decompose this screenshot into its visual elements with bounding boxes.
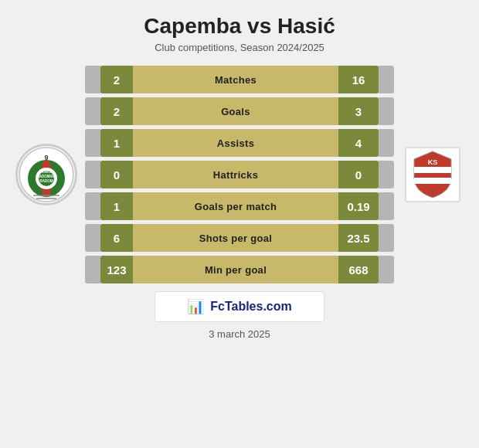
svg-rect-13 bbox=[414, 178, 451, 184]
footer-date: 3 march 2025 bbox=[209, 328, 270, 340]
stat-gray-right bbox=[379, 97, 394, 125]
stat-gray-left bbox=[85, 66, 100, 93]
stat-gray-left bbox=[85, 161, 100, 188]
stat-value-right: 0 bbox=[338, 161, 379, 188]
svg-text:RADOM: RADOM bbox=[40, 179, 53, 183]
stat-row-wrapper: 1Goals per match0.19 bbox=[85, 192, 394, 220]
stat-gray-right bbox=[379, 129, 394, 157]
stat-value-right: 668 bbox=[338, 256, 379, 283]
stat-gray-right bbox=[379, 256, 394, 283]
stat-value-right: 4 bbox=[338, 129, 379, 157]
stat-row: 1Assists4 bbox=[100, 129, 379, 157]
stat-label: Min per goal bbox=[133, 264, 338, 276]
logo-right: KS bbox=[394, 147, 471, 202]
stat-value-left: 2 bbox=[100, 97, 133, 125]
stat-gray-left bbox=[85, 97, 100, 125]
stats-section: 2Matches162Goals31Assists40Hattricks01Go… bbox=[85, 66, 394, 283]
stat-value-left: 1 bbox=[100, 129, 133, 157]
stat-gray-left bbox=[85, 256, 100, 283]
stat-row-wrapper: 2Goals3 bbox=[85, 97, 394, 125]
stat-row-wrapper: 123Min per goal668 bbox=[85, 256, 394, 283]
page-wrapper: Capemba vs Hasić Club competitions, Seas… bbox=[0, 0, 479, 448]
stat-value-right: 3 bbox=[338, 97, 379, 125]
fctables-icon: 📊 bbox=[187, 298, 204, 315]
stat-gray-left bbox=[85, 192, 100, 220]
svg-text:9: 9 bbox=[44, 154, 48, 161]
logo-left: RNKS RADOMIAK RADOM 9 bbox=[8, 144, 85, 205]
svg-text:KS: KS bbox=[428, 158, 438, 166]
match-title: Capemba vs Hasić bbox=[144, 14, 335, 39]
stat-label: Goals bbox=[133, 106, 338, 117]
stat-row-wrapper: 6Shots per goal23.5 bbox=[85, 224, 394, 252]
stat-label: Goals per match bbox=[133, 201, 338, 212]
svg-text:RNKS: RNKS bbox=[41, 169, 53, 174]
stat-value-left: 0 bbox=[100, 161, 133, 188]
team-logo-left: RNKS RADOMIAK RADOM 9 bbox=[15, 144, 77, 205]
stat-value-right: 23.5 bbox=[338, 224, 379, 252]
stat-row-wrapper: 0Hattricks0 bbox=[85, 161, 394, 188]
stat-value-left: 1 bbox=[100, 192, 133, 220]
stat-value-left: 2 bbox=[100, 66, 133, 93]
stat-label: Shots per goal bbox=[133, 232, 338, 244]
stat-row: 123Min per goal668 bbox=[100, 256, 379, 283]
stat-label: Assists bbox=[133, 137, 338, 149]
stat-row: 2Goals3 bbox=[100, 97, 379, 125]
fctables-banner: 📊 FcTables.com bbox=[155, 291, 324, 322]
stat-row-wrapper: 1Assists4 bbox=[85, 129, 394, 157]
fctables-text: FcTables.com bbox=[210, 300, 292, 314]
match-subtitle: Club competitions, Season 2024/2025 bbox=[155, 42, 324, 53]
stat-gray-right bbox=[379, 224, 394, 252]
stat-value-right: 0.19 bbox=[338, 192, 379, 220]
stat-gray-right bbox=[379, 192, 394, 220]
svg-text:RADOMIAK: RADOMIAK bbox=[37, 175, 56, 178]
team-logo-right: KS bbox=[405, 147, 460, 202]
stat-value-left: 6 bbox=[100, 224, 133, 252]
stat-row: 6Shots per goal23.5 bbox=[100, 224, 379, 252]
stat-row-wrapper: 2Matches16 bbox=[85, 66, 394, 93]
stat-row: 2Matches16 bbox=[100, 66, 379, 93]
main-content: RNKS RADOMIAK RADOM 9 2Matches162Goals31… bbox=[8, 66, 471, 283]
stat-row: 1Goals per match0.19 bbox=[100, 192, 379, 220]
stat-value-left: 123 bbox=[100, 256, 133, 283]
stat-label: Matches bbox=[133, 74, 338, 86]
stat-row: 0Hattricks0 bbox=[100, 161, 379, 188]
stat-gray-right bbox=[379, 66, 394, 93]
svg-rect-12 bbox=[414, 167, 451, 173]
stat-label: Hattricks bbox=[133, 169, 338, 181]
stat-value-right: 16 bbox=[338, 66, 379, 93]
stat-gray-left bbox=[85, 129, 100, 157]
stat-gray-right bbox=[379, 161, 394, 188]
stat-gray-left bbox=[85, 224, 100, 252]
